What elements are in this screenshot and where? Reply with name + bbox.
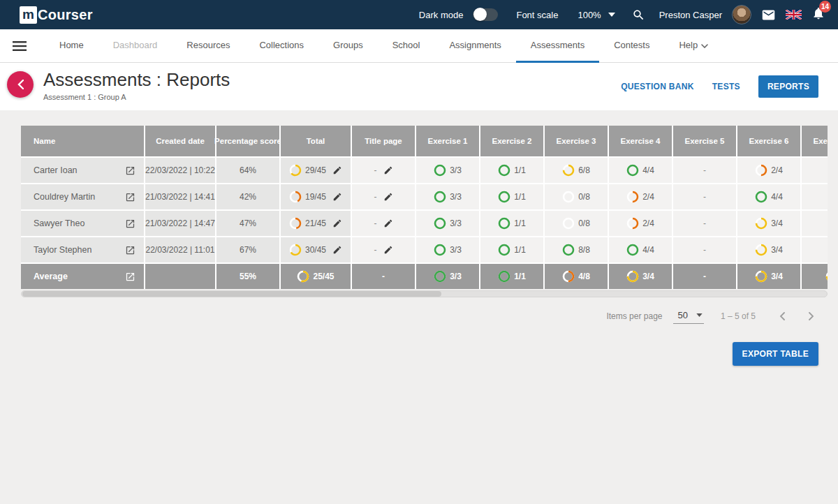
score-donut — [498, 164, 510, 177]
table-row: Sawyer Theo21/03/2022 | 14:4747%21/45-3/… — [21, 211, 828, 236]
edit-icon[interactable] — [332, 245, 342, 255]
font-scale-select[interactable]: 100% — [578, 10, 615, 20]
nav-item-label: Assessments — [531, 40, 585, 50]
exercise-1-cell: 3/3 — [416, 211, 480, 236]
previous-page-button[interactable] — [777, 309, 788, 323]
score-donut — [498, 244, 510, 256]
score-donut — [562, 164, 575, 177]
created-date: 21/03/2022 | 14:41 — [145, 192, 215, 202]
main-nav: HomeDashboardResourcesCollectionsGroupsS… — [0, 29, 838, 63]
items-per-page-select[interactable]: 50 — [673, 309, 703, 324]
horizontal-scrollbar[interactable] — [21, 290, 828, 297]
score-donut — [755, 217, 767, 230]
percentage-cell: 55% — [216, 264, 281, 289]
score-donut — [289, 164, 302, 177]
open-in-new-icon[interactable] — [125, 192, 135, 202]
nav-item-label: Dashboard — [113, 40, 158, 50]
scrollbar-thumb[interactable] — [22, 291, 441, 297]
edit-icon[interactable] — [332, 218, 342, 228]
tab-question-bank[interactable]: QUESTION BANK — [621, 82, 694, 91]
created-date-cell: 21/03/2022 | 14:41 — [145, 184, 216, 209]
tab-reports[interactable]: REPORTS — [758, 75, 818, 98]
open-in-new-icon[interactable] — [125, 165, 135, 176]
total-cell: 21/45 — [281, 211, 352, 236]
name-cell: Sawyer Theo — [21, 211, 145, 236]
student-name: Carter Ioan — [34, 165, 78, 175]
next-page-button[interactable] — [806, 309, 817, 323]
empty-score: - — [703, 165, 706, 175]
nav-item-assessments[interactable]: Assessments — [516, 29, 599, 63]
score-value: 3/3 — [450, 272, 462, 281]
nav-item-assignments[interactable]: Assignments — [434, 29, 515, 63]
nav-item-label: Resources — [186, 40, 230, 50]
language-flag-icon[interactable] — [786, 10, 802, 20]
score-value: 21/45 — [305, 218, 326, 228]
column-header-title-page: Title page — [352, 126, 416, 156]
nav-item-groups[interactable]: Groups — [318, 29, 378, 63]
column-header-exercise-3: Exercise 3 — [545, 126, 609, 156]
edit-icon[interactable] — [383, 218, 393, 228]
score-donut — [626, 244, 639, 256]
edit-icon[interactable] — [332, 192, 342, 202]
nav-item-dashboard[interactable]: Dashboard — [98, 29, 172, 63]
column-header-label: Created date — [156, 137, 205, 145]
exercise-6-cell: 3/4 — [737, 264, 802, 289]
app-logo[interactable]: m Courser — [20, 6, 93, 24]
score-donut — [562, 217, 575, 230]
percentage-value: 64% — [240, 165, 256, 175]
edit-icon[interactable] — [332, 165, 342, 175]
items-per-page-label: Items per page — [606, 311, 662, 321]
score-donut — [297, 270, 309, 283]
nav-item-resources[interactable]: Resources — [172, 29, 244, 63]
export-table-button[interactable]: EXPORT TABLE — [733, 342, 818, 366]
notifications-button[interactable]: 14 — [811, 6, 825, 23]
created-date-cell: 21/03/2022 | 14:47 — [145, 211, 216, 236]
nav-item-school[interactable]: School — [378, 29, 435, 63]
nav-item-contests[interactable]: Contests — [599, 29, 664, 63]
score-value: 1/1 — [514, 245, 526, 255]
back-button[interactable] — [7, 71, 34, 98]
logo-mark: m — [20, 6, 37, 24]
score-value: 4/4 — [642, 245, 654, 255]
score-donut — [289, 191, 302, 203]
exercise-5-cell: - — [673, 264, 737, 289]
created-date: 21/03/2022 | 14:47 — [145, 218, 215, 228]
menu-icon[interactable] — [13, 41, 27, 51]
title-page-cell: - — [352, 184, 416, 209]
score-value: 2/4 — [771, 165, 783, 175]
exercise-6-cell: 2/4 — [737, 158, 802, 183]
toggle-knob — [473, 8, 487, 21]
total-cell: 19/45 — [281, 184, 352, 209]
open-in-new-icon[interactable] — [125, 272, 135, 282]
score-value: 8/8 — [578, 245, 590, 255]
column-header-exercise-4: Exercise 4 — [609, 126, 673, 156]
nav-item-collections[interactable]: Collections — [244, 29, 318, 63]
mail-icon[interactable] — [761, 8, 776, 22]
score-value: 2/4 — [642, 192, 654, 202]
search-icon[interactable] — [632, 8, 645, 22]
nav-item-label: Collections — [259, 40, 304, 50]
title-page-cell: - — [352, 158, 416, 183]
score-value: 25/45 — [313, 272, 334, 281]
nav-item-help[interactable]: Help — [664, 29, 723, 63]
open-in-new-icon[interactable] — [125, 218, 135, 229]
edit-icon[interactable] — [383, 165, 393, 175]
created-date-cell: 22/03/2022 | 10:22 — [145, 158, 216, 183]
column-header-label: Exercise 1 — [428, 137, 468, 145]
column-header-label: Exercise 7 — [814, 137, 828, 145]
nav-item-home[interactable]: Home — [45, 29, 98, 63]
avatar[interactable] — [732, 5, 751, 24]
open-in-new-icon[interactable] — [125, 245, 135, 255]
dark-mode-toggle[interactable] — [473, 8, 498, 21]
exercise-6-cell: 3/4 — [737, 237, 802, 262]
tab-tests[interactable]: TESTS — [712, 82, 740, 91]
score-donut — [562, 244, 575, 256]
empty-score: - — [374, 192, 377, 202]
score-value: 1/1 — [514, 165, 526, 175]
score-value: 3/4 — [771, 272, 783, 281]
edit-icon[interactable] — [383, 245, 393, 255]
edit-icon[interactable] — [383, 192, 393, 202]
score-value: 3/3 — [450, 165, 462, 175]
user-name: Preston Casper — [659, 10, 722, 20]
score-value: 1/1 — [514, 192, 526, 202]
